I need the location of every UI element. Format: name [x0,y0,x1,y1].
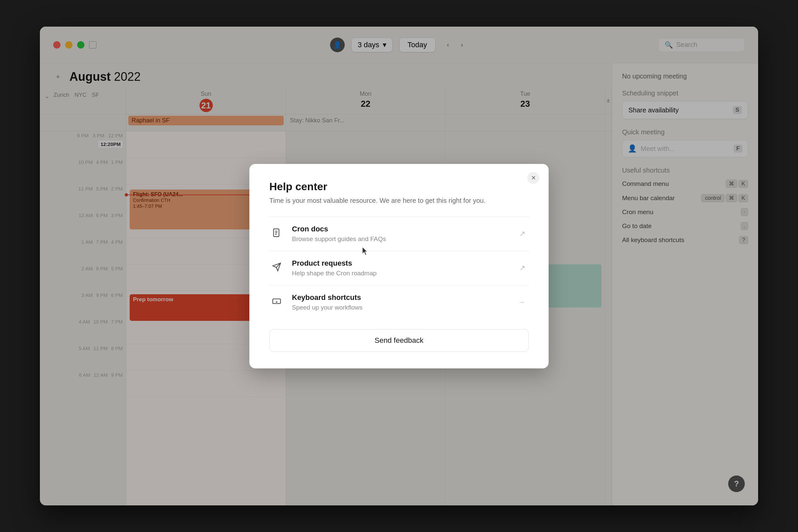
svg-rect-6 [273,299,280,304]
product-requests-item[interactable]: Product requests Help shape the Cron roa… [269,251,529,285]
mac-window: 👤 3 days ▾ Today ‹ › 🔍 Search + August 2… [40,26,758,506]
arrow-right-icon: → [518,298,525,307]
keyboard-shortcuts-item[interactable]: Keyboard shortcuts Speed up your workflo… [269,285,529,319]
cron-docs-desc: Browse support guides and FAQs [292,235,529,243]
product-requests-desc: Help shape the Cron roadmap [292,270,529,277]
cron-docs-item[interactable]: Cron docs Browse support guides and FAQs… [269,216,529,251]
keyboard-icon [269,294,284,308]
doc-icon [269,225,284,240]
send-feedback-button[interactable]: Send feedback [269,329,529,352]
help-center-modal: ✕ Help center Time is your most valuable… [249,164,549,368]
modal-overlay: ✕ Help center Time is your most valuable… [40,26,758,506]
external-link-icon: ↗ [519,229,525,238]
keyboard-shortcuts-desc: Speed up your workflows [292,304,529,311]
modal-title: Help center [269,180,529,193]
send-icon [269,260,284,274]
product-requests-title: Product requests [292,259,529,268]
modal-close-button[interactable]: ✕ [527,172,539,184]
external-link-icon2: ↗ [519,264,525,272]
modal-subtitle: Time is your most valuable resource. We … [269,197,529,205]
cron-docs-title: Cron docs [292,225,529,233]
keyboard-shortcuts-title: Keyboard shortcuts [292,293,529,302]
